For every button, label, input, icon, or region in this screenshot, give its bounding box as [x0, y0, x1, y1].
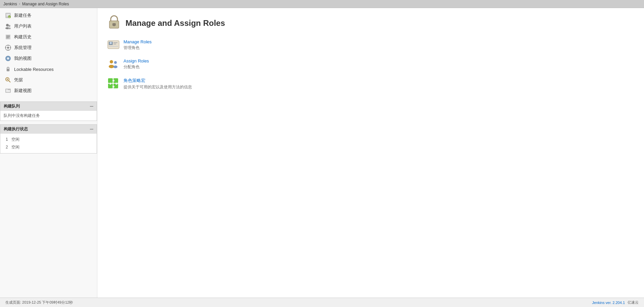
- svg-point-5: [6, 24, 9, 27]
- svg-line-25: [9, 81, 10, 82]
- lockable-icon: [5, 66, 11, 73]
- breadcrumb-separator: ›: [19, 2, 20, 6]
- build-executor-header: 构建执行状态 —: [0, 125, 97, 134]
- svg-rect-12: [6, 38, 9, 38]
- svg-rect-1: [6, 14, 10, 15]
- svg-rect-17: [5, 47, 6, 48]
- manage-roles-description: 管理角色: [123, 45, 152, 51]
- role-macro-description: 提供关于可用的宏以及使用方法的信息: [123, 84, 192, 90]
- svg-rect-15: [8, 45, 8, 46]
- svg-point-47: [112, 80, 114, 82]
- manage-roles-item: Manage Roles 管理角色: [107, 39, 634, 52]
- sidebar-item-system-manage[interactable]: 系统管理: [0, 42, 97, 53]
- sidebar-item-label-new-view: 新建视图: [14, 88, 32, 94]
- user-list-icon: [5, 23, 11, 30]
- executor-item-2: 2 空闲: [4, 143, 93, 151]
- sidebar-item-lockable[interactable]: Lockable Resources: [0, 64, 97, 75]
- sidebar-item-label-build-history: 构建历史: [14, 34, 32, 40]
- build-queue-empty: 队列中没有构建任务: [4, 113, 40, 118]
- build-executor-title: 构建执行状态: [4, 126, 28, 132]
- main-content: Manage and Assign Roles Manage Roles 管理角…: [97, 8, 644, 298]
- svg-text:+: +: [8, 16, 10, 18]
- svg-point-40: [109, 65, 114, 68]
- my-views-icon: [5, 55, 11, 62]
- page-title: Manage and Assign Roles: [126, 18, 225, 28]
- sidebar-item-label-my-views: 我的视图: [14, 55, 32, 61]
- build-executor-content: 1 空闲 2 空闲: [0, 134, 97, 153]
- svg-rect-36: [113, 42, 117, 43]
- sidebar-item-new-task[interactable]: + 新建任务: [0, 10, 97, 21]
- footer-version-link[interactable]: Jenkins ver. 2.204.1: [592, 301, 625, 305]
- svg-rect-18: [10, 47, 11, 48]
- sidebar-item-label-credentials: 凭据: [14, 77, 23, 83]
- svg-point-48: [109, 83, 111, 85]
- svg-point-26: [7, 79, 8, 80]
- role-macro-content: 角色策略宏 提供关于可用的宏以及使用方法的信息: [123, 78, 192, 90]
- footer: 生成页面: 2019-12-25 下午09时49分12秒 Jenkins ver…: [0, 298, 644, 307]
- svg-rect-37: [113, 44, 116, 44]
- sidebar-item-user-list[interactable]: 用户列表: [0, 21, 97, 32]
- credentials-icon: [5, 77, 11, 83]
- system-manage-icon: [5, 44, 11, 51]
- sidebar-item-label-new-task: 新建任务: [14, 12, 32, 18]
- assign-roles-icon: [107, 58, 119, 72]
- page-lock-icon: [107, 15, 121, 31]
- sidebar-item-build-history[interactable]: 构建历史: [0, 32, 97, 42]
- sidebar-item-label-system-manage: 系统管理: [14, 45, 32, 51]
- role-macro-icon: [107, 78, 119, 91]
- sidebar-item-new-view[interactable]: 新建视图: [0, 85, 97, 96]
- svg-point-35: [110, 42, 112, 44]
- svg-point-41: [114, 61, 117, 64]
- assign-roles-description: 分配角色: [123, 64, 149, 70]
- build-queue-collapse[interactable]: —: [90, 104, 93, 108]
- svg-rect-43: [108, 78, 113, 83]
- assign-roles-content: Assign Roles 分配角色: [123, 58, 149, 70]
- build-history-icon: [5, 34, 11, 40]
- assign-roles-item: Assign Roles 分配角色: [107, 58, 634, 72]
- manage-roles-icon: [107, 39, 119, 52]
- breadcrumb-current: Manage and Assign Roles: [22, 2, 69, 6]
- svg-point-42: [113, 65, 117, 68]
- sidebar: + 新建任务 用户列表 构建历史 系统管理: [0, 8, 97, 298]
- svg-point-49: [115, 83, 117, 85]
- svg-rect-32: [113, 25, 115, 26]
- svg-point-8: [8, 28, 11, 29]
- svg-rect-11: [6, 37, 10, 37]
- sidebar-nav: + 新建任务 用户列表 构建历史 系统管理: [0, 8, 97, 98]
- new-task-icon: +: [5, 12, 11, 19]
- build-queue-panel: 构建队列 — 队列中没有构建任务: [0, 101, 97, 121]
- build-queue-header: 构建队列 —: [0, 102, 97, 111]
- manage-roles-link[interactable]: Manage Roles: [123, 39, 152, 44]
- svg-rect-16: [8, 49, 8, 50]
- page-header: Manage and Assign Roles: [107, 15, 634, 31]
- footer-generated-text: 生成页面: 2019-12-25 下午09时49分12秒: [5, 300, 73, 305]
- build-queue-title: 构建队列: [4, 103, 20, 109]
- breadcrumb-home[interactable]: Jenkins: [3, 2, 17, 6]
- svg-point-21: [7, 58, 9, 59]
- svg-rect-38: [109, 46, 118, 47]
- manage-roles-content: Manage Roles 管理角色: [123, 39, 152, 51]
- role-macro-item: 角色策略宏 提供关于可用的宏以及使用方法的信息: [107, 78, 634, 91]
- footer-logo: 亿速云: [628, 300, 639, 305]
- executor-item-1: 1 空闲: [4, 136, 93, 143]
- svg-point-14: [7, 47, 9, 49]
- sidebar-item-credentials[interactable]: 凭据: [0, 75, 97, 85]
- sidebar-item-my-views[interactable]: 我的视图: [0, 53, 97, 64]
- breadcrumb: Jenkins › Manage and Assign Roles: [0, 0, 644, 8]
- build-executor-collapse[interactable]: —: [90, 127, 93, 131]
- svg-point-7: [8, 25, 10, 27]
- role-macro-link[interactable]: 角色策略宏: [123, 78, 192, 84]
- svg-rect-10: [6, 36, 10, 36]
- footer-right: Jenkins ver. 2.204.1 亿速云: [592, 300, 639, 305]
- svg-point-50: [112, 86, 114, 88]
- build-executor-panel: 构建执行状态 — 1 空闲 2 空闲: [0, 124, 97, 154]
- assign-roles-link[interactable]: Assign Roles: [123, 58, 149, 63]
- new-view-icon: [5, 87, 11, 94]
- svg-rect-29: [8, 89, 10, 90]
- svg-point-39: [110, 60, 113, 63]
- build-queue-content: 队列中没有构建任务: [0, 111, 97, 121]
- sidebar-item-label-user-list: 用户列表: [14, 23, 32, 29]
- svg-point-23: [8, 70, 9, 71]
- sidebar-item-label-lockable: Lockable Resources: [14, 67, 54, 72]
